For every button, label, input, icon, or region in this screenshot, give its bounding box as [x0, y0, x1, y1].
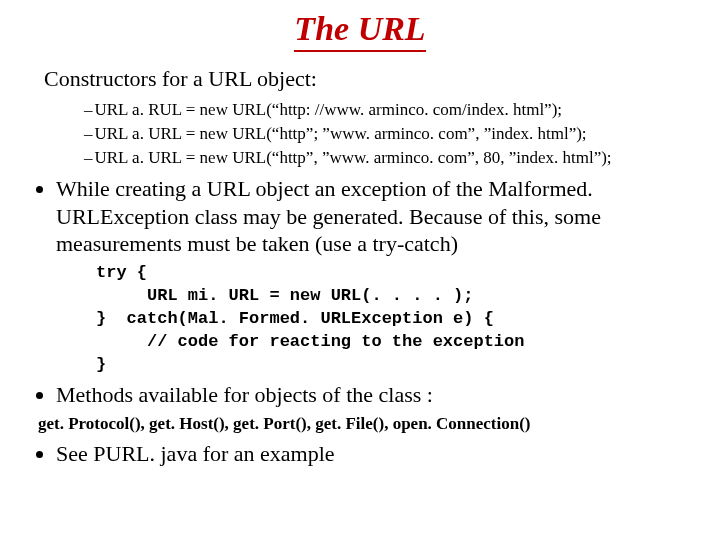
slide-title: The URL	[294, 10, 425, 52]
constructor-item: URL a. RUL = new URL(“http: //www. armin…	[84, 98, 702, 122]
bullet-text: Methods available for objects of the cla…	[56, 382, 433, 407]
constructors-list: URL a. RUL = new URL(“http: //www. armin…	[84, 98, 702, 169]
bullet-list: While creating a URL object an exception…	[18, 175, 702, 408]
code-block: try { URL mi. URL = new URL(. . . . ); }…	[96, 262, 702, 377]
constructors-intro: Constructors for a URL object:	[44, 66, 702, 92]
bullet-methods: Methods available for objects of the cla…	[56, 381, 702, 409]
bullet-text: See PURL. java for an example	[56, 441, 335, 466]
constructor-text: URL a. URL = new URL(“http”, ”www. armin…	[95, 148, 612, 167]
bullet-exception: While creating a URL object an exception…	[56, 175, 702, 376]
constructor-item: URL a. URL = new URL(“http”; ”www. armin…	[84, 122, 702, 146]
bullet-text: While creating a URL object an exception…	[56, 176, 601, 256]
methods-line: get. Protocol(), get. Host(), get. Port(…	[38, 414, 702, 434]
title-wrap: The URL	[18, 10, 702, 58]
slide: The URL Constructors for a URL object: U…	[0, 0, 720, 482]
bullet-example: See PURL. java for an example	[56, 440, 702, 468]
constructor-text: URL a. URL = new URL(“http”; ”www. armin…	[95, 124, 587, 143]
bullet-list-2: See PURL. java for an example	[18, 440, 702, 468]
constructor-text: URL a. RUL = new URL(“http: //www. armin…	[95, 100, 563, 119]
constructor-item: URL a. URL = new URL(“http”, ”www. armin…	[84, 146, 702, 170]
